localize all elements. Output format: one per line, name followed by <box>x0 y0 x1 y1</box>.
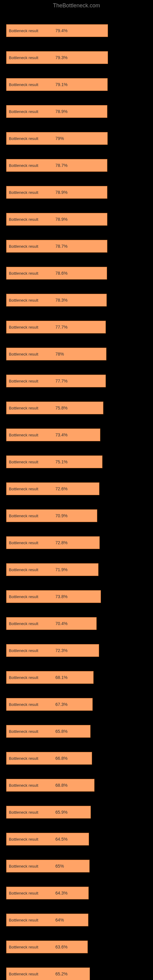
bar-wrapper: Bottleneck result73.4% <box>6 428 147 441</box>
bar-value: 64.3% <box>56 891 68 896</box>
bar-value: 77.7% <box>56 379 68 383</box>
bar-row: Bottleneck result78.9% <box>6 199 147 226</box>
bar-value: 65.2% <box>56 971 68 976</box>
bottleneck-bar: Bottleneck result67.3% <box>6 698 93 711</box>
bar-value: 70.9% <box>56 513 68 518</box>
bar-top-label <box>6 231 147 239</box>
bar-wrapper: Bottleneck result78.9% <box>6 186 147 199</box>
bar-series-label: Bottleneck result <box>9 621 38 626</box>
bar-row: Bottleneck result75.1% <box>6 441 147 468</box>
bar-top-label <box>6 797 147 805</box>
bar-top-label <box>6 312 147 320</box>
bar-wrapper: Bottleneck result73.8% <box>6 590 147 603</box>
bar-value: 65.9% <box>56 810 68 815</box>
bar-series-label: Bottleneck result <box>9 163 38 168</box>
bar-value: 70.4% <box>56 621 68 626</box>
bar-row: Bottleneck result78.9% <box>6 172 147 199</box>
bar-value: 78.7% <box>56 163 68 168</box>
bar-row: Bottleneck result70.4% <box>6 603 147 630</box>
bar-row: Bottleneck result75.8% <box>6 387 147 414</box>
bar-row: Bottleneck result68.8% <box>6 765 147 792</box>
bar-top-label <box>6 365 147 374</box>
bar-wrapper: Bottleneck result65.2% <box>6 967 147 980</box>
bar-wrapper: Bottleneck result72.3% <box>6 644 147 657</box>
bar-top-label <box>6 581 147 590</box>
bar-top-label <box>6 339 147 347</box>
bottleneck-bar: Bottleneck result78.7% <box>6 159 107 172</box>
bar-row: Bottleneck result70.9% <box>6 495 147 522</box>
bottleneck-bar: Bottleneck result71.9% <box>6 563 99 576</box>
bar-wrapper: Bottleneck result68.1% <box>6 671 147 684</box>
bar-wrapper: Bottleneck result78.9% <box>6 213 147 226</box>
bottleneck-bar: Bottleneck result68.8% <box>6 779 94 792</box>
bar-row: Bottleneck result79% <box>6 118 147 145</box>
bar-wrapper: Bottleneck result77.7% <box>6 321 147 334</box>
bar-row: Bottleneck result78.6% <box>6 253 147 280</box>
bar-row: Bottleneck result65.2% <box>6 953 147 980</box>
bar-wrapper: Bottleneck result78.3% <box>6 294 147 307</box>
bar-wrapper: Bottleneck result79.3% <box>6 51 147 64</box>
bar-wrapper: Bottleneck result72.8% <box>6 536 147 549</box>
bar-row: Bottleneck result65.9% <box>6 792 147 819</box>
bar-value: 78.6% <box>56 271 68 275</box>
bottleneck-bar: Bottleneck result63.6% <box>6 940 88 953</box>
bar-series-label: Bottleneck result <box>9 972 38 976</box>
bar-series-label: Bottleneck result <box>9 918 38 923</box>
bar-wrapper: Bottleneck result66.8% <box>6 752 147 765</box>
bar-top-label <box>6 554 147 563</box>
bottleneck-bar: Bottleneck result78% <box>6 348 107 360</box>
bar-wrapper: Bottleneck result78.7% <box>6 240 147 253</box>
site-name: TheBottleneck.com <box>53 2 100 9</box>
bar-series-label: Bottleneck result <box>9 136 38 141</box>
bar-series-label: Bottleneck result <box>9 83 38 87</box>
bar-series-label: Bottleneck result <box>9 487 38 491</box>
bar-value: 73.8% <box>56 594 68 599</box>
bottleneck-bar: Bottleneck result78.9% <box>6 213 107 226</box>
bar-top-label <box>6 123 147 131</box>
bar-wrapper: Bottleneck result78.9% <box>6 105 147 118</box>
bar-value: 75.8% <box>56 406 68 410</box>
bar-top-label <box>6 527 147 536</box>
bar-value: 78.3% <box>56 298 68 302</box>
bottleneck-bar: Bottleneck result64.3% <box>6 886 89 899</box>
bar-wrapper: Bottleneck result79.4% <box>6 24 147 37</box>
bar-top-label <box>6 177 147 185</box>
bar-top-label <box>6 285 147 293</box>
bar-top-label <box>6 42 147 51</box>
bar-value: 79.3% <box>56 55 68 60</box>
bar-row: Bottleneck result79.4% <box>6 10 147 37</box>
bar-series-label: Bottleneck result <box>9 406 38 410</box>
bar-value: 78.7% <box>56 244 68 249</box>
bar-value: 68.8% <box>56 783 68 788</box>
bar-wrapper: Bottleneck result75.1% <box>6 455 147 468</box>
bar-row: Bottleneck result66.8% <box>6 738 147 765</box>
bar-value: 78% <box>56 352 64 356</box>
bottleneck-chart: Bottleneck result79.4%Bottleneck result7… <box>0 10 153 980</box>
bar-series-label: Bottleneck result <box>9 217 38 222</box>
bar-value: 72.3% <box>56 648 68 653</box>
bottleneck-bar: Bottleneck result65.9% <box>6 806 91 819</box>
bar-series-label: Bottleneck result <box>9 648 38 653</box>
bottleneck-bar: Bottleneck result79.3% <box>6 51 108 64</box>
bar-series-label: Bottleneck result <box>9 325 38 329</box>
bar-wrapper: Bottleneck result68.8% <box>6 779 147 792</box>
bottleneck-bar: Bottleneck result78.9% <box>6 105 107 118</box>
bar-value: 65.8% <box>56 729 68 734</box>
bar-series-label: Bottleneck result <box>9 945 38 950</box>
bar-value: 78.9% <box>56 109 68 114</box>
bar-row: Bottleneck result65% <box>6 846 147 872</box>
bottleneck-bar: Bottleneck result77.7% <box>6 321 106 334</box>
bar-wrapper: Bottleneck result65% <box>6 860 147 872</box>
bar-wrapper: Bottleneck result79.1% <box>6 78 147 91</box>
bar-row: Bottleneck result72.8% <box>6 522 147 549</box>
bar-top-label <box>6 743 147 751</box>
bar-series-label: Bottleneck result <box>9 244 38 249</box>
bar-series-label: Bottleneck result <box>9 190 38 195</box>
bottleneck-bar: Bottleneck result64% <box>6 913 88 926</box>
bar-series-label: Bottleneck result <box>9 675 38 680</box>
bar-value: 79.4% <box>56 28 68 33</box>
bar-top-label <box>6 958 147 967</box>
bottleneck-bar: Bottleneck result65% <box>6 860 90 872</box>
bottleneck-bar: Bottleneck result79% <box>6 132 108 145</box>
bar-value: 79.1% <box>56 82 68 87</box>
